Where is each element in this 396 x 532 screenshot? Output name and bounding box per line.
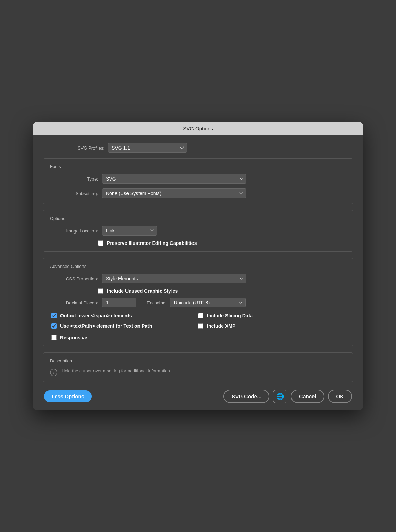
options-section: Options Image Location: Link Embed Prese…: [43, 210, 353, 252]
type-label: Type:: [50, 176, 98, 182]
preserve-checkbox-label: Preserve Illustrator Editing Capabilitie…: [107, 240, 197, 246]
include-slicing-data-label: Include Slicing Data: [207, 313, 253, 318]
checkboxes-grid: Output fewer <tspan> elements Include Sl…: [51, 313, 345, 334]
encoding-label: Encoding:: [147, 300, 167, 305]
output-fewer-tspan-checkbox[interactable]: [51, 313, 57, 318]
footer-right: SVG Code... 🌐 Cancel OK: [223, 390, 352, 403]
advanced-options-title: Advanced Options: [50, 264, 346, 269]
encoding-select[interactable]: Unicode (UTF-8) ISO-8859-1 UTF-16: [170, 298, 246, 307]
preserve-checkbox[interactable]: [98, 240, 103, 246]
subsetting-select[interactable]: None (Use System Fonts) Common English A…: [102, 188, 246, 198]
include-xmp-cell: Include XMP: [198, 323, 345, 329]
css-properties-select[interactable]: Style Elements Presentation Attributes S…: [102, 274, 246, 283]
svg-profiles-label: SVG Profiles:: [60, 145, 104, 151]
cancel-button[interactable]: Cancel: [291, 390, 324, 403]
include-slicing-data-cell: Include Slicing Data: [198, 313, 345, 318]
options-section-title: Options: [50, 216, 346, 221]
image-location-select[interactable]: Link Embed: [102, 226, 157, 236]
use-textpath-label: Use <textPath> element for Text on Path: [60, 323, 152, 329]
image-location-label: Image Location:: [50, 228, 98, 234]
type-row: Type: SVG Convert to outline: [50, 174, 346, 184]
globe-button[interactable]: 🌐: [273, 390, 287, 403]
fonts-section: Fonts Type: SVG Convert to outline Subse…: [43, 158, 353, 204]
ok-button[interactable]: OK: [328, 390, 352, 403]
type-select[interactable]: SVG Convert to outline: [102, 174, 246, 184]
css-properties-row: CSS Properties: Style Elements Presentat…: [50, 274, 346, 283]
use-textpath-cell: Use <textPath> element for Text on Path: [51, 323, 198, 329]
decimal-places-input[interactable]: [102, 298, 136, 307]
include-xmp-checkbox[interactable]: [198, 323, 204, 329]
preserve-checkbox-row: Preserve Illustrator Editing Capabilitie…: [50, 240, 346, 246]
info-icon: i: [50, 369, 57, 376]
subsetting-row: Subsetting: None (Use System Fonts) Comm…: [50, 188, 346, 198]
responsive-row: Responsive: [51, 335, 345, 340]
svg-text:i: i: [53, 370, 54, 375]
dialog-title: SVG Options: [33, 122, 363, 135]
fonts-section-title: Fonts: [50, 164, 346, 169]
advanced-options-section: Advanced Options CSS Properties: Style E…: [43, 258, 353, 346]
description-section: Description i Hold the cursor over a set…: [43, 352, 353, 382]
less-options-button[interactable]: Less Options: [44, 390, 92, 402]
use-textpath-checkbox[interactable]: [51, 323, 57, 329]
encoding-group: Encoding: Unicode (UTF-8) ISO-8859-1 UTF…: [147, 298, 246, 307]
advanced-checkboxes: Output fewer <tspan> elements Include Sl…: [50, 313, 346, 340]
include-unused-styles-label: Include Unused Graphic Styles: [107, 288, 178, 294]
svg-profiles-select[interactable]: SVG 1.1 SVG 1.0 SVG Tiny 1.1 SVG Tiny 1.…: [108, 143, 187, 153]
svg-code-button[interactable]: SVG Code...: [223, 390, 270, 403]
include-slicing-data-checkbox[interactable]: [198, 313, 204, 318]
output-fewer-tspan-label: Output fewer <tspan> elements: [60, 313, 132, 318]
description-content: i Hold the cursor over a setting for add…: [50, 368, 346, 376]
decimal-encoding-row: Decimal Places: Encoding: Unicode (UTF-8…: [50, 298, 346, 307]
subsetting-label: Subsetting:: [50, 191, 98, 196]
footer-buttons: Less Options SVG Code... 🌐 Cancel OK: [43, 390, 353, 403]
svg-options-dialog: SVG Options SVG Profiles: SVG 1.1 SVG 1.…: [33, 122, 363, 410]
include-xmp-label: Include XMP: [207, 323, 235, 329]
footer-left: Less Options: [44, 390, 92, 402]
include-unused-styles-row: Include Unused Graphic Styles: [50, 288, 346, 294]
responsive-checkbox[interactable]: [51, 335, 57, 340]
image-location-row: Image Location: Link Embed: [50, 226, 346, 236]
css-properties-label: CSS Properties:: [50, 276, 98, 281]
responsive-label: Responsive: [60, 335, 87, 340]
include-unused-styles-checkbox[interactable]: [98, 288, 103, 294]
description-title: Description: [50, 358, 346, 363]
decimal-places-label: Decimal Places:: [50, 300, 98, 305]
description-text: Hold the cursor over a setting for addit…: [62, 368, 171, 373]
svg-profiles-row: SVG Profiles: SVG 1.1 SVG 1.0 SVG Tiny 1…: [43, 143, 353, 153]
output-fewer-tspan-cell: Output fewer <tspan> elements: [51, 313, 198, 318]
